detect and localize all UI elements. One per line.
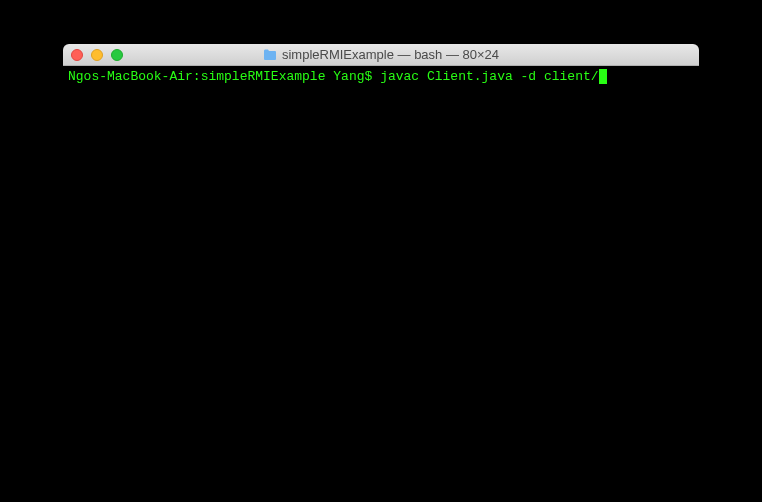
prompt-dollar: $ [365,69,373,84]
title-center: simpleRMIExample — bash — 80×24 [63,47,699,62]
close-button[interactable] [71,49,83,61]
titlebar[interactable]: simpleRMIExample — bash — 80×24 [63,44,699,66]
cursor [599,69,607,84]
terminal-window: simpleRMIExample — bash — 80×24 Ngos-Mac… [63,44,699,458]
window-controls [71,49,123,61]
terminal-body[interactable]: Ngos-MacBook-Air:simpleRMIExample Yang$ … [63,66,699,458]
prompt-separator2 [325,69,333,84]
prompt-user: Yang [333,69,364,84]
maximize-button[interactable] [111,49,123,61]
prompt-path: simpleRMIExample [201,69,326,84]
prompt-host: Ngos-MacBook-Air [68,69,193,84]
prompt-separator: : [193,69,201,84]
command-space [372,69,380,84]
minimize-button[interactable] [91,49,103,61]
command-text: javac Client.java -d client/ [380,69,598,84]
folder-icon [263,49,277,60]
terminal-line: Ngos-MacBook-Air:simpleRMIExample Yang$ … [68,69,694,84]
window-title: simpleRMIExample — bash — 80×24 [282,47,499,62]
